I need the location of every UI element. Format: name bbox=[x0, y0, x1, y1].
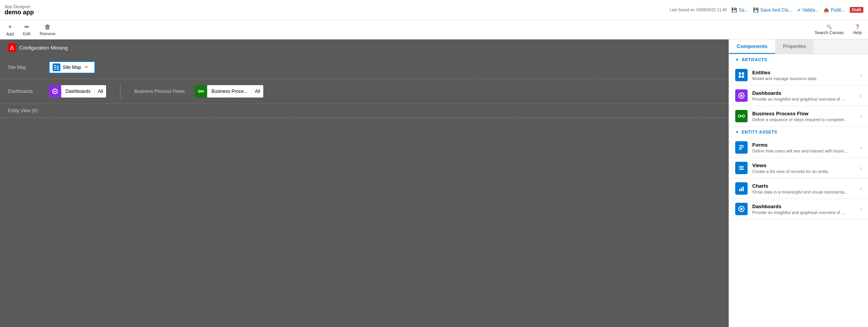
views-text: Views Create a list view of records for … bbox=[752, 163, 855, 174]
save-close-icon: 💾 bbox=[753, 7, 759, 13]
comp-item-forms[interactable]: Forms Define how users will see and inte… bbox=[729, 137, 868, 158]
comp-item-entities[interactable]: Entities Model and manage business data.… bbox=[729, 65, 868, 86]
svg-rect-13 bbox=[739, 75, 741, 78]
sitemap-row: Site Map Site Map ✏ bbox=[0, 56, 729, 79]
canvas-divider bbox=[120, 84, 120, 99]
entities-text: Entities Model and manage business data. bbox=[752, 70, 855, 81]
header-bar: App Designer demo app Last Saved on :03/… bbox=[0, 0, 868, 20]
config-missing-text: Configuration Missing bbox=[19, 45, 68, 51]
bpf-pill-label: Business Proce... bbox=[207, 89, 251, 94]
comp-item-dashboards[interactable]: Dashboards Provide an insightful and gra… bbox=[729, 86, 868, 106]
svg-rect-26 bbox=[739, 169, 744, 170]
dashboards-row-label: Dashboards bbox=[8, 89, 43, 94]
validate-button[interactable]: ✔ Valida... bbox=[797, 7, 819, 13]
comp-item-charts[interactable]: Charts Show data in a meaningful and vis… bbox=[729, 178, 868, 199]
dashboards-pill-all[interactable]: All bbox=[94, 89, 106, 94]
main-layout: ⚠ Configuration Missing Site Map Site Ma… bbox=[0, 39, 868, 327]
charts-chevron-icon: › bbox=[860, 185, 862, 192]
entities-icon bbox=[735, 69, 748, 81]
draft-badge: Draft bbox=[850, 7, 863, 13]
artifacts-section-title: ▼ ARTIFACTS bbox=[729, 54, 868, 65]
app-name: demo app bbox=[5, 9, 34, 16]
svg-rect-11 bbox=[739, 72, 741, 75]
dashboards-pill[interactable]: Dashboards All bbox=[49, 85, 106, 98]
forms-desc: Define how users will see and interact w… bbox=[752, 149, 855, 153]
header-left: App Designer demo app bbox=[5, 4, 34, 16]
toolbar: ＋ Add ✏ Edit 🗑 Remove 🔍 Search Canvas ❓ … bbox=[0, 20, 868, 39]
dashboards-pill-icon bbox=[49, 85, 61, 98]
tab-properties[interactable]: Properties bbox=[775, 39, 813, 54]
dashboards-icon bbox=[735, 89, 748, 102]
artifacts-chevron-icon: ▼ bbox=[735, 58, 739, 62]
sitemap-card-label: Site Map bbox=[63, 65, 81, 70]
bpf-pill-icon bbox=[195, 85, 207, 98]
toolbar-help[interactable]: ❓ Help bbox=[853, 24, 862, 35]
svg-rect-5 bbox=[57, 69, 59, 70]
toolbar-remove[interactable]: 🗑 Remove bbox=[40, 24, 56, 36]
entity-view-row: Entity View (0) bbox=[0, 104, 729, 118]
svg-point-16 bbox=[740, 94, 743, 97]
views-icon bbox=[735, 162, 748, 174]
svg-rect-25 bbox=[739, 168, 744, 168]
save-icon: 💾 bbox=[731, 7, 737, 13]
toolbar-edit[interactable]: ✏ Edit bbox=[23, 23, 31, 36]
svg-rect-29 bbox=[743, 187, 744, 191]
forms-icon bbox=[735, 141, 748, 154]
dashboards2-icon bbox=[735, 203, 748, 215]
sitemap-edit-icon[interactable]: ✏ bbox=[85, 65, 88, 70]
add-icon: ＋ bbox=[7, 23, 13, 31]
bpf-text: Business Process Flow Define a sequence … bbox=[752, 111, 855, 122]
bpf-pill-all[interactable]: All bbox=[251, 89, 263, 94]
sitemap-row-label: Site Map bbox=[8, 65, 43, 70]
svg-rect-4 bbox=[57, 67, 59, 68]
bpf-pill[interactable]: Business Proce... All bbox=[195, 85, 263, 98]
config-missing-bar: ⚠ Configuration Missing bbox=[0, 39, 729, 56]
search-canvas-icon: 🔍 bbox=[827, 24, 832, 29]
charts-icon bbox=[735, 182, 748, 195]
sitemap-card[interactable]: Site Map ✏ bbox=[49, 61, 95, 74]
svg-rect-3 bbox=[57, 66, 59, 67]
dashboards-chevron-icon: › bbox=[860, 92, 862, 99]
entity-assets-chevron-icon: ▼ bbox=[735, 130, 739, 134]
edit-icon: ✏ bbox=[24, 23, 29, 31]
dashboards-text: Dashboards Provide an insightful and gra… bbox=[752, 90, 855, 101]
sitemap-card-icon bbox=[53, 63, 60, 71]
publish-icon: 📤 bbox=[823, 7, 829, 13]
svg-point-31 bbox=[740, 208, 743, 210]
comp-item-bpf[interactable]: Business Process Flow Define a sequence … bbox=[729, 106, 868, 127]
entities-desc: Model and manage business data. bbox=[752, 76, 855, 81]
validate-icon: ✔ bbox=[797, 7, 801, 13]
svg-rect-28 bbox=[741, 188, 742, 191]
panel-tabs: Components Properties bbox=[729, 39, 868, 54]
svg-point-7 bbox=[54, 91, 56, 92]
comp-item-views[interactable]: Views Create a list view of records for … bbox=[729, 158, 868, 178]
comp-item-dashboards2[interactable]: Dashboards Provide an insightful and gra… bbox=[729, 199, 868, 219]
views-chevron-icon: › bbox=[860, 165, 862, 171]
svg-point-17 bbox=[738, 115, 741, 117]
remove-icon: 🗑 bbox=[45, 24, 51, 31]
save-button[interactable]: 💾 Sa... bbox=[731, 7, 748, 13]
dashboards-desc: Provide an insightful and graphical over… bbox=[752, 97, 855, 101]
svg-rect-24 bbox=[739, 166, 744, 167]
help-icon: ❓ bbox=[855, 24, 860, 29]
tab-components[interactable]: Components bbox=[729, 39, 775, 54]
forms-text: Forms Define how users will see and inte… bbox=[752, 142, 855, 153]
toolbar-search-canvas[interactable]: 🔍 Search Canvas bbox=[815, 24, 844, 35]
warning-icon: ⚠ bbox=[8, 43, 16, 52]
svg-rect-2 bbox=[54, 69, 56, 70]
header-right: Last Saved on :03/09/2021 11:48 💾 Sa... … bbox=[670, 7, 863, 13]
views-desc: Create a list view of records for an ent… bbox=[752, 169, 855, 174]
forms-title: Forms bbox=[752, 142, 855, 148]
save-and-close-button[interactable]: 💾 Save And Clo... bbox=[753, 7, 793, 13]
publish-button[interactable]: 📤 Publi... bbox=[823, 7, 845, 13]
forms-chevron-icon: › bbox=[860, 144, 862, 151]
dashboards2-chevron-icon: › bbox=[860, 206, 862, 212]
dashboards-pill-label: Dashboards bbox=[61, 89, 94, 94]
svg-rect-22 bbox=[739, 148, 742, 149]
bpf-icon bbox=[735, 110, 748, 122]
dashboards-title: Dashboards bbox=[752, 90, 855, 96]
svg-rect-1 bbox=[54, 67, 56, 68]
right-panel: Components Properties ▼ ARTIFACTS Entiti… bbox=[729, 39, 868, 327]
canvas-area: ⚠ Configuration Missing Site Map Site Ma… bbox=[0, 39, 729, 327]
toolbar-add[interactable]: ＋ Add bbox=[6, 23, 14, 36]
